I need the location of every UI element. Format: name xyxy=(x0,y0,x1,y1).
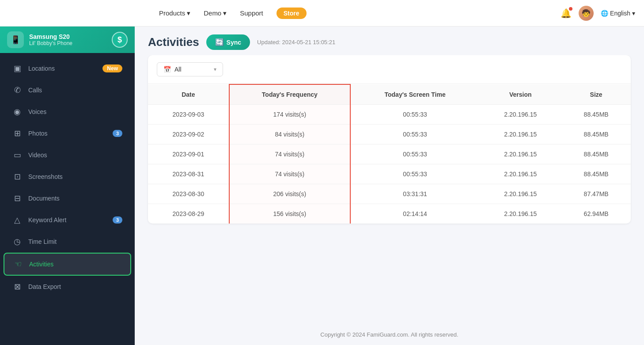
cell-version: 2.20.196.15 xyxy=(479,204,561,224)
chevron-down-icon: ▾ xyxy=(223,9,227,17)
table-header-row: Date Today's Frequency Today's Screen Ti… xyxy=(148,84,631,105)
table-row: 2023-08-29 156 visits(s) 02:14:14 2.20.1… xyxy=(148,204,631,224)
sidebar-item-videos[interactable]: ▭ Videos xyxy=(4,144,131,166)
globe-icon: 🌐 xyxy=(601,10,608,17)
device-icon: 📱 xyxy=(7,31,24,48)
sidebar-item-label: Videos xyxy=(28,152,122,159)
sidebar-item-photos[interactable]: ⊞ Photos 3 xyxy=(4,123,131,144)
cell-frequency: 206 visits(s) xyxy=(229,184,350,204)
documents-icon: ⊟ xyxy=(12,193,22,203)
activities-table: Date Today's Frequency Today's Screen Ti… xyxy=(148,84,631,224)
nav-demo[interactable]: Demo ▾ xyxy=(204,9,227,17)
calls-icon: ✆ xyxy=(12,85,22,95)
time-limit-icon: ◷ xyxy=(12,237,22,246)
device-info: Samsung S20 Lil' Bobby's Phone xyxy=(29,33,106,46)
main-layout: 📱 Samsung S20 Lil' Bobby's Phone $ ▣ Loc… xyxy=(0,27,644,345)
sidebar-item-label: Time Limit xyxy=(28,238,122,245)
notification-bell[interactable]: 🔔 xyxy=(561,8,572,19)
cell-frequency: 74 visits(s) xyxy=(229,164,350,184)
sidebar-item-documents[interactable]: ⊟ Documents xyxy=(4,188,131,209)
cell-size: 88.45MB xyxy=(561,125,631,144)
sidebar-item-label: Voices xyxy=(28,108,122,115)
col-frequency: Today's Frequency xyxy=(229,84,350,105)
sidebar-item-time-limit[interactable]: ◷ Time Limit xyxy=(4,231,131,252)
sidebar-item-label: Documents xyxy=(28,195,122,202)
device-name: Samsung S20 xyxy=(29,33,106,40)
cell-frequency: 174 visits(s) xyxy=(229,105,350,125)
table-row: 2023-09-02 84 visits(s) 00:55:33 2.20.19… xyxy=(148,125,631,144)
sidebar-nav: ▣ Locations New ✆ Calls ◉ Voices ⊞ Photo… xyxy=(0,53,135,345)
cell-date: 2023-09-03 xyxy=(148,105,229,125)
filter-value: All xyxy=(174,66,210,73)
language-selector[interactable]: 🌐 English ▾ xyxy=(601,10,635,17)
activities-icon: ☜ xyxy=(13,259,23,269)
cell-version: 2.20.196.15 xyxy=(479,164,561,184)
calendar-icon: 📅 xyxy=(163,66,171,73)
cell-screen-time: 00:55:33 xyxy=(350,164,479,184)
new-badge: New xyxy=(102,64,122,72)
cell-date: 2023-08-31 xyxy=(148,164,229,184)
date-filter[interactable]: 📅 All ▾ xyxy=(157,62,223,76)
footer: Copyright © 2024 FamiGuard.com. All righ… xyxy=(135,324,644,345)
sidebar-item-screenshots[interactable]: ⊡ Screenshots xyxy=(4,166,131,187)
cell-date: 2023-08-29 xyxy=(148,204,229,224)
col-screen-time: Today's Screen Time xyxy=(350,84,479,105)
sidebar-item-voices[interactable]: ◉ Voices xyxy=(4,101,131,122)
col-size: Size xyxy=(561,84,631,105)
main-content: Activities 🔄 Sync Updated: 2024-05-21 15… xyxy=(135,27,644,345)
top-nav-icons: 🔔 🧒 🌐 English ▾ xyxy=(561,6,635,21)
chevron-down-icon: ▾ xyxy=(214,66,216,72)
cell-screen-time: 00:55:33 xyxy=(350,105,479,125)
sync-button[interactable]: 🔄 Sync xyxy=(206,34,250,50)
cell-screen-time: 00:55:33 xyxy=(350,125,479,144)
sidebar-item-calls[interactable]: ✆ Calls xyxy=(4,80,131,101)
photos-icon: ⊞ xyxy=(12,129,22,138)
cell-date: 2023-08-30 xyxy=(148,184,229,204)
cell-date: 2023-09-01 xyxy=(148,144,229,164)
top-navigation: Products ▾ Demo ▾ Support Store 🔔 🧒 🌐 En… xyxy=(0,0,644,27)
voices-icon: ◉ xyxy=(12,107,22,117)
videos-icon: ▭ xyxy=(12,150,22,160)
count-badge: 3 xyxy=(113,216,122,224)
activities-table-card: 📅 All ▾ Date Today's Frequency Today's S… xyxy=(148,55,631,224)
cell-size: 88.45MB xyxy=(561,144,631,164)
nav-products[interactable]: Products ▾ xyxy=(159,9,190,17)
cell-size: 88.45MB xyxy=(561,164,631,184)
cell-size: 87.47MB xyxy=(561,184,631,204)
sidebar-item-locations[interactable]: ▣ Locations New xyxy=(4,58,131,79)
dollar-button[interactable]: $ xyxy=(112,32,128,48)
chevron-down-icon: ▾ xyxy=(632,10,635,17)
count-badge: 3 xyxy=(113,130,122,137)
cell-screen-time: 03:31:31 xyxy=(350,184,479,204)
location-icon: ▣ xyxy=(12,64,22,73)
sidebar-item-label: Photos xyxy=(28,130,106,137)
sidebar-item-label: Calls xyxy=(28,87,122,94)
sidebar-item-activities[interactable]: ☜ Activities xyxy=(4,253,131,276)
chevron-down-icon: ▾ xyxy=(187,9,190,17)
data-export-icon: ⊠ xyxy=(12,282,22,292)
cell-frequency: 84 visits(s) xyxy=(229,125,350,144)
store-button[interactable]: Store xyxy=(277,8,307,19)
page-title: Activities xyxy=(148,35,199,49)
sidebar-item-data-export[interactable]: ⊠ Data Export xyxy=(4,276,131,297)
filter-row: 📅 All ▾ xyxy=(148,55,631,84)
sidebar-item-label: Keyword Alert xyxy=(28,216,106,224)
screenshots-icon: ⊡ xyxy=(12,172,22,182)
sidebar: 📱 Samsung S20 Lil' Bobby's Phone $ ▣ Loc… xyxy=(0,27,135,345)
sidebar-item-label: Locations xyxy=(28,65,96,72)
table-row: 2023-08-31 74 visits(s) 00:55:33 2.20.19… xyxy=(148,164,631,184)
table-row: 2023-09-01 74 visits(s) 00:55:33 2.20.19… xyxy=(148,144,631,164)
content-body: 📅 All ▾ Date Today's Frequency Today's S… xyxy=(135,55,644,324)
cell-version: 2.20.196.15 xyxy=(479,105,561,125)
avatar[interactable]: 🧒 xyxy=(579,6,594,21)
sync-icon: 🔄 xyxy=(215,38,224,46)
cell-size: 88.45MB xyxy=(561,105,631,125)
cell-screen-time: 00:55:33 xyxy=(350,144,479,164)
table-row: 2023-08-30 206 visits(s) 03:31:31 2.20.1… xyxy=(148,184,631,204)
sidebar-item-label: Activities xyxy=(29,261,121,268)
col-version: Version xyxy=(479,84,561,105)
device-sub: Lil' Bobby's Phone xyxy=(29,40,106,46)
sidebar-item-keyword-alert[interactable]: △ Keyword Alert 3 xyxy=(4,209,131,231)
nav-support[interactable]: Support xyxy=(240,9,263,17)
cell-size: 62.94MB xyxy=(561,204,631,224)
